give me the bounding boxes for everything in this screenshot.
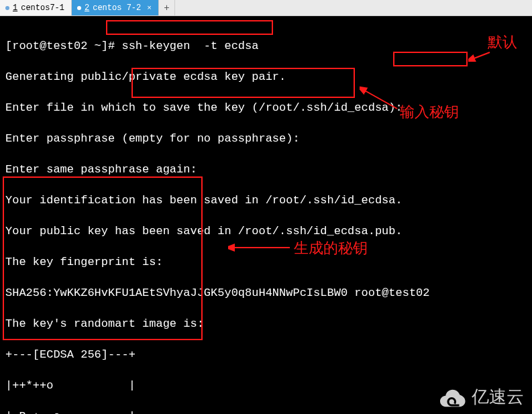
terminal-line: The key's randomart image is:	[5, 316, 527, 331]
terminal-line: Enter file in which to save the key (/ro…	[5, 100, 527, 115]
tab-label: centos 7-2	[93, 3, 141, 13]
status-dot-icon	[77, 6, 81, 10]
tab-num: 1	[13, 3, 17, 13]
watermark-text: 亿速云	[472, 385, 524, 409]
terminal-line: Enter same passphrase again:	[5, 162, 527, 177]
status-dot-icon	[5, 6, 9, 10]
close-icon[interactable]: ×	[147, 4, 152, 12]
terminal-line: Enter passphrase (empty for no passphras…	[5, 131, 527, 146]
terminal-line: The key fingerprint is:	[5, 254, 527, 270]
cloud-icon	[437, 387, 468, 407]
prompt: [root@test02 ~]#	[5, 40, 121, 52]
plus-icon: +	[164, 3, 169, 13]
tab-centos7-2[interactable]: 2 centos 7-2 ×	[72, 0, 159, 15]
new-tab-button[interactable]: +	[159, 0, 175, 15]
command-text: ssh-keygen -t ecdsa	[121, 40, 258, 52]
tab-bar: 1 centos7-1 2 centos 7-2 × +	[0, 0, 532, 16]
terminal-line: Your public key has been saved in /root/…	[5, 223, 527, 239]
terminal-line: SHA256:YwKKZ6HvKFU1AEtSVhyaJJGK5y0q8uH4N…	[5, 285, 527, 301]
tab-num: 2	[85, 3, 89, 13]
watermark: 亿速云	[437, 385, 524, 409]
terminal-line: [root@test02 ~]# ssh-keygen -t ecdsa	[5, 38, 527, 54]
terminal-pane[interactable]: [root@test02 ~]# ssh-keygen -t ecdsa Gen…	[0, 16, 532, 414]
terminal-line: Generating public/private ecdsa key pair…	[5, 69, 527, 85]
tab-label: centos7-1	[21, 3, 64, 13]
randomart-line: +---[ECDSA 256]---+	[5, 347, 527, 362]
terminal-line: Your identification has been saved in /r…	[5, 193, 527, 208]
tab-centos7-1[interactable]: 1 centos7-1	[0, 0, 72, 15]
randomart-line: |.B +. o |	[5, 409, 527, 414]
